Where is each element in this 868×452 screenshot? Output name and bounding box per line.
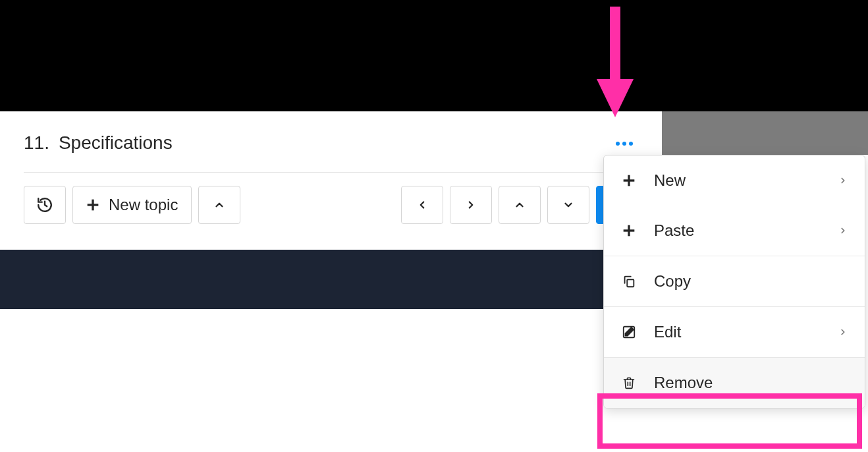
chevron-down-icon — [562, 199, 574, 211]
topic-row: 11. Specifications — [24, 111, 638, 173]
chevron-up-icon — [514, 199, 526, 211]
topic-number: 11. — [24, 132, 49, 154]
move-down-button[interactable] — [547, 186, 589, 224]
edit-icon — [621, 325, 637, 339]
new-topic-label: New topic — [109, 196, 178, 214]
svg-rect-7 — [624, 229, 635, 231]
menu-label: Edit — [654, 323, 821, 341]
menu-label: Paste — [654, 221, 821, 240]
new-topic-button[interactable]: New topic — [72, 186, 192, 224]
chevron-left-icon — [416, 199, 428, 211]
menu-item-copy[interactable]: Copy — [604, 256, 865, 307]
new-topic-expand-button[interactable] — [198, 186, 240, 224]
svg-rect-8 — [627, 279, 634, 287]
chevron-right-icon — [465, 199, 477, 211]
copy-icon — [621, 274, 637, 289]
history-icon — [36, 196, 53, 213]
top-black-bar — [0, 0, 868, 111]
menu-label: Remove — [654, 374, 848, 392]
content-area: 11. Specifications New topic — [0, 111, 662, 239]
topic-title: Specifications — [59, 132, 173, 154]
svg-rect-1 — [88, 204, 99, 206]
prev-button[interactable] — [401, 186, 443, 224]
menu-item-remove[interactable]: Remove — [604, 358, 865, 408]
toolbar: New topic — [0, 173, 662, 239]
chevron-right-icon — [838, 176, 848, 185]
trash-icon — [621, 376, 637, 390]
history-button[interactable] — [24, 186, 66, 224]
plus-icon — [86, 198, 99, 212]
context-menu: New Paste Copy Edit — [603, 155, 865, 409]
more-options-icon[interactable] — [614, 134, 638, 152]
svg-rect-5 — [624, 179, 635, 181]
menu-item-paste[interactable]: Paste — [604, 206, 865, 256]
chevron-right-icon — [838, 327, 848, 337]
menu-item-edit[interactable]: Edit — [604, 307, 865, 358]
right-gray-area — [662, 111, 868, 155]
menu-label: New — [654, 171, 821, 190]
chevron-right-icon — [838, 226, 848, 235]
footer-dark-bar — [0, 250, 662, 309]
plus-icon — [621, 174, 637, 187]
plus-icon — [621, 224, 637, 237]
menu-label: Copy — [654, 272, 848, 291]
next-button[interactable] — [450, 186, 492, 224]
menu-item-new[interactable]: New — [604, 155, 865, 206]
chevron-up-icon — [213, 199, 225, 211]
move-up-button[interactable] — [499, 186, 541, 224]
